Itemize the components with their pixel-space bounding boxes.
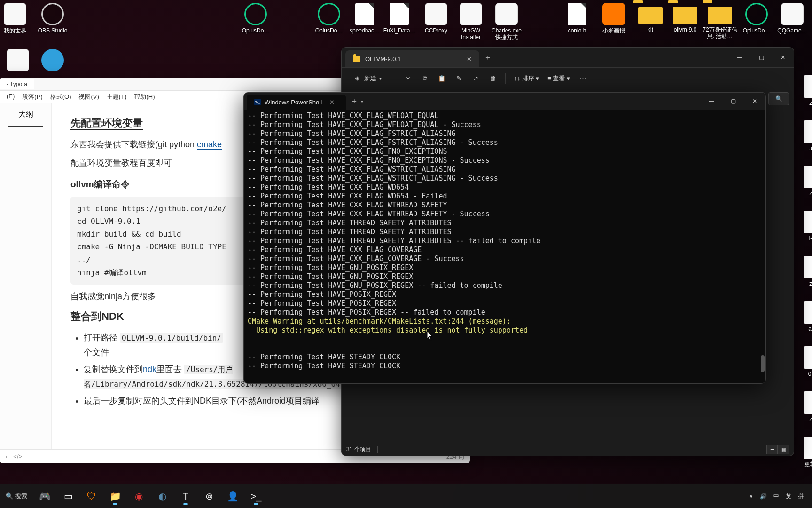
shortcut-label: QQGame… bbox=[774, 27, 810, 34]
app-icon bbox=[244, 3, 267, 25]
taskbar-typora-icon[interactable]: T bbox=[175, 487, 196, 506]
desktop-shortcut[interactable]: MinGW Installer bbox=[453, 3, 489, 40]
desktop-shortcut[interactable]: conio.h bbox=[559, 3, 595, 34]
paste-icon[interactable]: 📋 bbox=[437, 74, 446, 83]
desktop-shortcut[interactable]: 小米画报 bbox=[596, 3, 632, 34]
app-icon bbox=[495, 3, 518, 25]
copy-icon[interactable]: ⧉ bbox=[421, 74, 429, 83]
typora-tab[interactable]: - Typora bbox=[0, 79, 34, 89]
desktop-shortcut[interactable] bbox=[0, 49, 36, 73]
minimize-button[interactable]: ― bbox=[701, 93, 722, 110]
code-view-icon[interactable]: </> bbox=[13, 453, 22, 460]
taskbar-explorer-icon[interactable]: 📁 bbox=[104, 487, 126, 506]
desktop-shortcut[interactable]: OplusDo… bbox=[238, 3, 273, 34]
delete-icon[interactable]: 🗑 bbox=[488, 74, 497, 83]
desktop-shortcut[interactable]: kit bbox=[632, 3, 668, 33]
menu-item[interactable]: 段落(P) bbox=[18, 91, 46, 103]
desktop-shortcut[interactable]: QQGame… bbox=[774, 3, 810, 34]
new-tab-icon[interactable]: ＋ bbox=[479, 53, 496, 63]
shortcut-label: OBS Studio bbox=[35, 27, 70, 34]
link-cmake[interactable]: cmake bbox=[197, 140, 222, 150]
rename-icon[interactable]: ✎ bbox=[454, 74, 463, 83]
shortcut-label: Charles.exe 快捷方式 bbox=[489, 27, 524, 40]
explorer-tab[interactable]: OLLVM-9.0.1 ✕ bbox=[345, 50, 479, 67]
minimize-button[interactable]: ― bbox=[729, 48, 750, 67]
close-button[interactable]: ✕ bbox=[744, 93, 765, 110]
menu-item[interactable]: 视图(V) bbox=[75, 91, 102, 103]
desktop-shortcut[interactable]: FuXi_Data… bbox=[382, 3, 417, 34]
sort-button[interactable]: ↑↓ 排序 ▾ bbox=[514, 74, 539, 83]
app-icon bbox=[41, 3, 64, 25]
link-ndk[interactable]: ndk bbox=[143, 365, 156, 374]
taskbar-icon[interactable]: ◐ bbox=[151, 487, 173, 506]
close-tab-icon[interactable]: ✕ bbox=[326, 99, 338, 106]
scrollbar[interactable] bbox=[760, 128, 765, 378]
desktop-shortcut[interactable]: zip bbox=[795, 75, 812, 106]
desktop-shortcut[interactable]: aye bbox=[795, 301, 812, 332]
desktop-shortcut[interactable]: OplusDo… bbox=[739, 3, 774, 34]
desktop-shortcut[interactable]: speedhac… bbox=[347, 3, 383, 34]
tray-icon[interactable]: 中 bbox=[773, 492, 779, 500]
search-input[interactable]: 🔍 bbox=[768, 92, 789, 105]
desktop-shortcut[interactable]: 0.0- bbox=[795, 346, 812, 377]
desktop-shortcut[interactable]: OplusDo… bbox=[311, 3, 347, 34]
back-icon[interactable]: ‹ bbox=[6, 453, 8, 460]
desktop-shortcut[interactable]: zip bbox=[795, 256, 812, 287]
desktop-shortcut[interactable]: .ua bbox=[795, 120, 812, 151]
view-button[interactable]: ≡ 查看 ▾ bbox=[547, 74, 570, 83]
taskbar-icon[interactable]: ◉ bbox=[128, 487, 149, 506]
desktop-shortcut[interactable]: 更软件 bbox=[795, 437, 812, 468]
menu-item[interactable]: 主题(T) bbox=[103, 91, 131, 103]
desktop-shortcut[interactable]: 我的世界 bbox=[0, 3, 33, 34]
share-icon[interactable]: ↗ bbox=[471, 74, 480, 83]
taskbar-icon[interactable]: 🛡 bbox=[81, 487, 102, 506]
desktop-shortcut[interactable]: i-fu bbox=[795, 211, 812, 242]
desktop-shortcut[interactable]: CCProxy bbox=[418, 3, 454, 34]
maximize-button[interactable]: ▢ bbox=[722, 93, 744, 110]
shortcut-label: zip bbox=[795, 100, 812, 106]
desktop-shortcut[interactable]: zip bbox=[795, 391, 812, 422]
shortcut-label: zip bbox=[795, 416, 812, 422]
terminal-output[interactable]: -- Performing Test HAVE_CXX_FLAG_WFLOAT_… bbox=[244, 110, 765, 383]
menu-item[interactable]: 格式(O) bbox=[47, 91, 75, 103]
tiles-view-icon[interactable]: ▦ bbox=[778, 445, 789, 454]
tray-icon[interactable]: 拼 bbox=[798, 492, 804, 500]
desktop-shortcut[interactable]: Charles.exe 快捷方式 bbox=[489, 3, 524, 40]
tray-icon[interactable]: ∧ bbox=[749, 493, 753, 500]
close-button[interactable]: ✕ bbox=[772, 48, 794, 67]
typora-sidebar-outline-tab[interactable]: 大纲 bbox=[8, 103, 43, 127]
scrollbar-thumb[interactable] bbox=[761, 355, 765, 372]
more-icon[interactable]: ⋯ bbox=[578, 74, 587, 83]
powershell-titlebar[interactable]: >_ Windows PowerShell ✕ ＋ ▾ ― ▢ ✕ bbox=[244, 93, 765, 110]
desktop-shortcut[interactable]: ollvm-9.0 bbox=[667, 3, 703, 33]
tray-icon[interactable]: 英 bbox=[786, 492, 791, 500]
taskbar-terminal-icon[interactable]: >_ bbox=[245, 487, 267, 506]
taskbar-taskview-icon[interactable]: ▭ bbox=[57, 487, 79, 506]
close-tab-icon[interactable]: ✕ bbox=[467, 56, 472, 63]
maximize-button[interactable]: ▢ bbox=[750, 48, 772, 67]
desktop-shortcut[interactable] bbox=[35, 49, 70, 73]
taskbar-icon[interactable]: 🎮 bbox=[34, 487, 55, 506]
cut-icon[interactable]: ✂ bbox=[404, 74, 412, 83]
details-view-icon[interactable]: ☰ bbox=[766, 445, 778, 454]
system-tray[interactable]: ∧🔊中英拼 bbox=[749, 492, 808, 500]
taskbar-icon[interactable]: ⊚ bbox=[198, 487, 220, 506]
desktop-shortcut[interactable]: OBS Studio bbox=[35, 3, 70, 34]
desktop-shortcut[interactable]: zip bbox=[795, 166, 812, 197]
plus-circle-icon: ⊕ bbox=[353, 74, 361, 83]
powershell-tab[interactable]: >_ Windows PowerShell ✕ bbox=[247, 95, 346, 110]
desktop-shortcut[interactable]: 72万身份证信息. 活动… bbox=[702, 3, 738, 40]
tray-icon[interactable]: 🔊 bbox=[760, 493, 767, 500]
menu-item[interactable]: 帮助(H) bbox=[130, 91, 158, 103]
app-icon bbox=[355, 3, 374, 25]
new-button[interactable]: ⊕ 新建 ▾ bbox=[348, 72, 386, 85]
explorer-titlebar[interactable]: OLLVM-9.0.1 ✕ ＋ ― ▢ ✕ bbox=[342, 48, 794, 67]
shortcut-label: kit bbox=[632, 26, 668, 33]
taskbar-search[interactable]: 🔍 搜索 bbox=[6, 492, 32, 500]
shortcut-label: 72万身份证信息. 活动… bbox=[702, 26, 738, 40]
shortcut-label: zip bbox=[795, 190, 812, 197]
taskbar-icon[interactable]: 👤 bbox=[222, 487, 243, 506]
new-tab-icon[interactable]: ＋ ▾ bbox=[346, 93, 368, 110]
menu-item[interactable]: (E) bbox=[3, 91, 18, 103]
shortcut-label: MinGW Installer bbox=[453, 27, 489, 40]
